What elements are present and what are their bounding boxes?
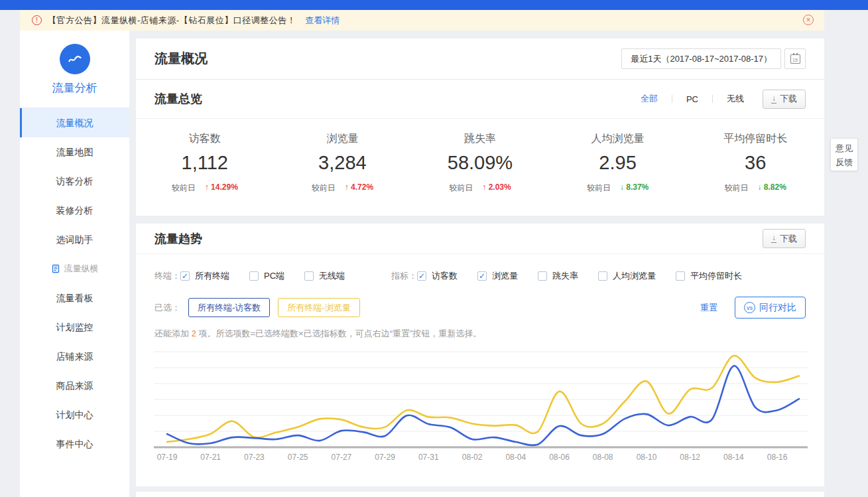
sidebar-item-decoration-analysis[interactable]: 装修分析 — [20, 196, 129, 225]
svg-text:08-04: 08-04 — [505, 453, 526, 462]
stat-change: 较前日 ↓ 8.82% — [686, 182, 824, 194]
tag-all-terminals-pageviews[interactable]: 所有终端-浏览量 — [278, 298, 359, 317]
trend-download-button[interactable]: ↓ 下载 — [763, 229, 806, 248]
checkbox-visitors[interactable]: ✓ 访客数 — [417, 270, 458, 282]
app-title: 流量分析 — [20, 80, 129, 96]
sidebar-item-traffic-overview[interactable]: 流量概况 — [20, 108, 129, 137]
sidebar-item-plan-monitor[interactable]: 计划监控 — [20, 313, 129, 342]
svg-text:08-02: 08-02 — [462, 453, 483, 462]
stat-value: 58.09% — [411, 152, 549, 174]
close-icon[interactable]: × — [803, 15, 814, 25]
svg-text:08-06: 08-06 — [549, 453, 570, 462]
svg-text:07-27: 07-27 — [332, 453, 352, 462]
trend-arrow-icon: ↓ — [757, 182, 761, 192]
announcement-text: 【官方公告】流量纵横-店铺来源-【钻石展位】口径调整公告！ — [48, 15, 296, 27]
reset-button[interactable]: 重置 — [700, 302, 717, 314]
checkbox-bounce-rate[interactable]: ✓ 跳失率 — [538, 270, 578, 282]
checkbox-pc-terminal[interactable]: ✓ PC端 — [249, 270, 284, 282]
checkbox-icon: ✓ — [180, 271, 190, 281]
sidebar-item-product-source[interactable]: 商品来源 — [20, 371, 129, 400]
svg-text:07-23: 07-23 — [244, 453, 265, 462]
checkbox-views-per-visitor[interactable]: ✓ 人均浏览量 — [598, 270, 656, 282]
date-range-picker[interactable]: 最近1天（2017-08-17~2017-08-17） — [621, 48, 781, 69]
stat-pageviews: 浏览量 3,284 较前日 ↑ 4.72% — [274, 132, 412, 194]
checkbox-avg-stay-time[interactable]: ✓ 平均停留时长 — [676, 270, 742, 282]
calendar-button[interactable]: 15 — [784, 48, 806, 69]
stat-avg-stay-time: 平均停留时长 36 较前日 ↓ 8.82% — [686, 132, 824, 194]
selected-series-row: 已选： 所有终端-访客数 所有终端-浏览量 重置 vs 同行对比 — [136, 297, 824, 319]
svg-text:08-10: 08-10 — [637, 453, 657, 462]
calendar-icon: 15 — [790, 54, 800, 64]
date-range-text: 最近1天（2017-08-17~2017-08-17） — [631, 53, 772, 65]
metric-filter-label: 指标： — [391, 270, 417, 282]
next-card-edge — [136, 492, 824, 497]
sidebar-section-traffic-compass[interactable]: 流量纵横 — [20, 254, 129, 283]
stat-value: 3,284 — [274, 152, 412, 174]
sidebar-item-event-center[interactable]: 事件中心 — [20, 429, 129, 459]
tag-all-terminals-visitors[interactable]: 所有终端-访客数 — [188, 298, 270, 317]
sidebar-nav: 流量概况 流量地图 访客分析 装修分析 选词助手 流量纵横 流量看板 计划监控 … — [20, 108, 129, 459]
stat-change: 较前日 ↑ 4.72% — [274, 182, 412, 194]
checkbox-all-terminals[interactable]: ✓ 所有终端 — [180, 270, 229, 282]
overview-download-button[interactable]: ↓ 下载 — [763, 90, 806, 109]
trend-section-header: 流量趋势 ↓ 下载 — [136, 224, 824, 254]
app-logo-block: 流量分析 — [20, 31, 129, 96]
overview-section-header: 流量总览 全部 PC 无线 ↓ 下载 — [136, 80, 824, 119]
selection-hint: 还能添加 2 项。所选项数=已选终端数×已选指标数，可点右边“重置”按钮，重新选… — [136, 328, 824, 340]
trend-line-chart[interactable]: 07-1907-2107-2307-2507-2707-2907-3108-02… — [144, 347, 816, 470]
trend-card: 流量趋势 ↓ 下载 终端： ✓ 所有终端 ✓ PC端 ✓ 无线端 指标： — [136, 224, 824, 486]
sidebar-item-traffic-board[interactable]: 流量看板 — [20, 283, 129, 313]
stat-change: 较前日 ↑ 14.29% — [136, 182, 274, 194]
stat-change: 较前日 ↓ 8.37% — [549, 182, 687, 194]
checkbox-icon: ✓ — [304, 271, 314, 281]
sidebar-item-shop-source[interactable]: 店铺来源 — [20, 342, 129, 371]
selected-label: 已选： — [155, 302, 180, 314]
download-icon: ↓ — [771, 95, 776, 104]
stat-views-per-visitor: 人均浏览量 2.95 较前日 ↓ 8.37% — [549, 132, 687, 194]
announcement-detail-link[interactable]: 查看详情 — [305, 15, 340, 27]
download-label: 下载 — [780, 233, 797, 245]
tab-wireless[interactable]: 无线 — [727, 93, 744, 105]
checkbox-wireless-terminal[interactable]: ✓ 无线端 — [304, 270, 345, 282]
stat-label: 浏览量 — [274, 132, 412, 146]
trend-arrow-icon: ↓ — [620, 182, 624, 192]
trend-arrow-icon: ↑ — [482, 182, 486, 192]
checkbox-icon: ✓ — [477, 271, 487, 281]
svg-text:07-21: 07-21 — [200, 453, 221, 462]
stat-value: 36 — [686, 152, 824, 174]
checkbox-icon: ✓ — [676, 271, 685, 281]
sidebar-section-label: 流量纵横 — [64, 263, 99, 275]
stats-row: 访客数 1,112 较前日 ↑ 14.29% 浏览量 3,284 较前日 ↑ 4… — [136, 119, 824, 194]
metric-filters: 指标： ✓ 访客数 ✓ 浏览量 ✓ 跳失率 ✓ 人均浏览量 — [391, 270, 762, 282]
top-blue-bar — [0, 0, 868, 10]
peer-compare-button[interactable]: vs 同行对比 — [735, 297, 806, 319]
stat-bounce-rate: 跳失率 58.09% 较前日 ↑ 2.03% — [411, 132, 549, 194]
vs-icon: vs — [744, 302, 755, 313]
tab-separator — [712, 95, 713, 103]
trend-arrow-icon: ↑ — [205, 182, 209, 192]
trend-arrow-icon: ↑ — [345, 182, 349, 192]
sidebar-item-keyword-assistant[interactable]: 选词助手 — [20, 225, 129, 254]
sidebar-item-plan-center[interactable]: 计划中心 — [20, 400, 129, 429]
warning-icon: ! — [32, 15, 42, 25]
download-label: 下载 — [780, 93, 797, 105]
tab-all[interactable]: 全部 — [641, 93, 658, 105]
sidebar-item-visitor-analysis[interactable]: 访客分析 — [20, 167, 129, 196]
tab-separator — [672, 95, 672, 103]
stat-visitors: 访客数 1,112 较前日 ↑ 14.29% — [136, 132, 274, 194]
line-chart-logo-icon — [60, 44, 90, 74]
trend-title: 流量趋势 — [155, 231, 202, 247]
stat-label: 访客数 — [136, 132, 274, 146]
stat-value: 1,112 — [136, 152, 274, 174]
feedback-tab[interactable]: 意见 反馈 — [830, 138, 858, 171]
ledger-icon — [51, 264, 60, 273]
announcement-banner: ! 【官方公告】流量纵横-店铺来源-【钻石展位】口径调整公告！ 查看详情 × — [20, 10, 824, 31]
overview-card: 流量概况 最近1天（2017-08-17~2017-08-17） 15 流量总览… — [136, 38, 824, 216]
sidebar-item-traffic-map[interactable]: 流量地图 — [20, 137, 129, 167]
page-header: 流量概况 最近1天（2017-08-17~2017-08-17） 15 — [136, 38, 824, 80]
tab-pc[interactable]: PC — [686, 94, 698, 104]
checkbox-icon: ✓ — [249, 271, 259, 281]
overview-title: 流量总览 — [155, 91, 202, 107]
stat-label: 跳失率 — [411, 132, 549, 146]
checkbox-pageviews[interactable]: ✓ 浏览量 — [477, 270, 518, 282]
